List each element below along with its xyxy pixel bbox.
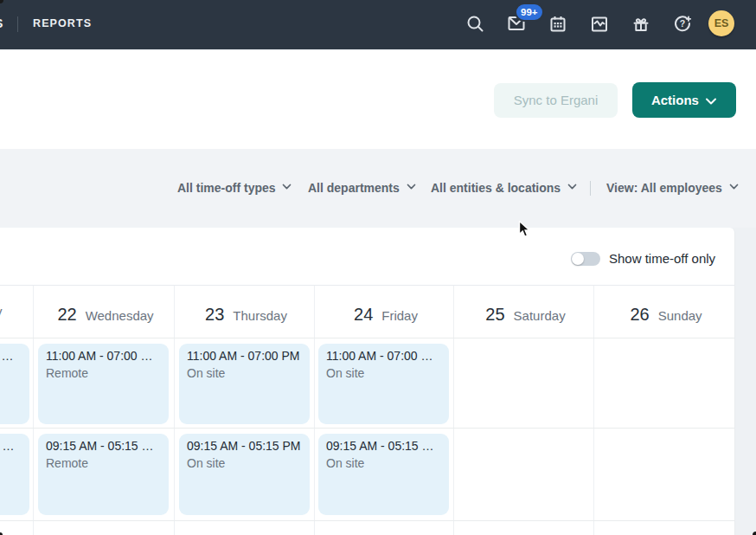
svg-text:?: ? [680, 18, 685, 29]
